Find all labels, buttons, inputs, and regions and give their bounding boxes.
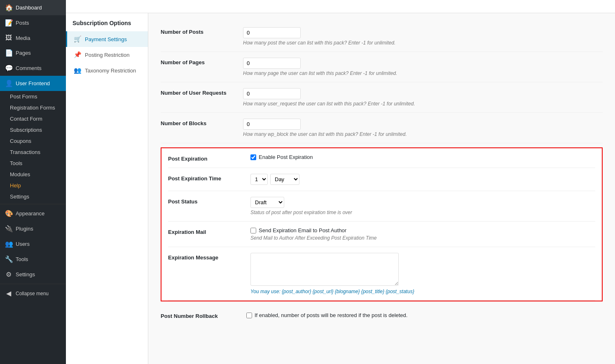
post-status-label: Post Status xyxy=(168,197,250,205)
number-of-blocks-label: Number of Blocks xyxy=(161,119,243,126)
post-expiration-control: Enable Post Expiration xyxy=(250,154,595,160)
sidebar-item-comments[interactable]: 💬 Comments xyxy=(0,61,66,76)
expiration-message-row: Expiration Message You may use: {post_au… xyxy=(168,247,595,301)
sidebar-item-pages[interactable]: 📄 Pages xyxy=(0,45,66,61)
sub-nav-title: Subscription Options xyxy=(66,20,148,31)
sidebar-item-plugins[interactable]: 🔌 Plugins xyxy=(0,221,66,236)
number-of-pages-hint: How many page the user can list with thi… xyxy=(243,70,603,76)
form-area: Number of Posts How many post the user c… xyxy=(148,13,615,364)
sidebar-item-media[interactable]: 🖼 Media xyxy=(0,30,66,45)
rollback-checkbox-label[interactable]: If enabled, number of posts will be rest… xyxy=(246,312,407,318)
payment-settings-icon: 🛒 xyxy=(74,35,82,43)
post-expiration-row: Post Expiration Enable Post Expiration xyxy=(168,148,595,168)
sidebar-item-appearance[interactable]: 🎨 Appearance xyxy=(0,206,66,221)
expiration-mail-checkbox[interactable] xyxy=(250,228,256,233)
rollback-checkbox[interactable] xyxy=(246,313,252,318)
collapse-icon: ◀ xyxy=(5,289,12,297)
post-status-hint: Status of post after post expiration tim… xyxy=(250,210,595,215)
plugins-icon: 🔌 xyxy=(5,225,12,233)
dashboard-icon: 🏠 xyxy=(5,4,12,12)
number-of-user-requests-control: How many user_request the user can list … xyxy=(243,88,603,107)
sub-nav-item-label: Taxonomy Restriction xyxy=(85,68,136,74)
post-number-rollback-row: Post Number Rollback If enabled, number … xyxy=(161,306,603,325)
number-of-posts-row: Number of Posts How many post the user c… xyxy=(161,21,603,52)
sidebar-item-label: Plugins xyxy=(16,226,33,232)
sidebar-item-label: Media xyxy=(16,35,30,41)
sidebar-item-label: User Frontend xyxy=(16,80,50,86)
sidebar-item-label: Appearance xyxy=(16,210,44,217)
taxonomy-restriction-icon: 👥 xyxy=(74,67,82,74)
number-of-blocks-input[interactable] xyxy=(243,119,301,130)
posts-icon: 📝 xyxy=(5,19,12,27)
tools-icon: 🔧 xyxy=(5,255,12,263)
expiration-time-unit-select[interactable]: Day Hour Week Month xyxy=(270,174,299,185)
enable-post-expiration-label[interactable]: Enable Post Expiration xyxy=(250,154,595,160)
sub-nav-item-label: Posting Restriction xyxy=(85,52,129,58)
top-bar xyxy=(66,0,615,13)
sidebar-item-user-frontend[interactable]: 👤 User Frontend xyxy=(0,76,66,91)
number-of-pages-input[interactable] xyxy=(243,58,301,69)
expiration-mail-checkbox-label[interactable]: Send Expiration Email to Post Author xyxy=(250,227,595,233)
number-of-user-requests-row: Number of User Requests How many user_re… xyxy=(161,82,603,113)
sidebar-item-settings-bottom[interactable]: ⚙ Settings xyxy=(0,267,66,282)
sidebar-item-post-forms[interactable]: Post Forms xyxy=(0,91,66,102)
number-of-blocks-control: How many wp_block the user can list with… xyxy=(243,119,603,137)
sub-nav: Subscription Options 🛒 Payment Settings … xyxy=(66,13,148,364)
sidebar-item-coupons[interactable]: Coupons xyxy=(0,135,66,147)
sidebar-collapse[interactable]: ◀ Collapse menu xyxy=(0,286,66,301)
sidebar: 🏠 Dashboard 📝 Posts 🖼 Media 📄 Pages 💬 Co… xyxy=(0,0,66,364)
sidebar-item-settings-sub[interactable]: Settings xyxy=(0,191,66,202)
sidebar-item-label: Comments xyxy=(16,65,42,71)
number-of-pages-control: How many page the user can list with thi… xyxy=(243,58,603,76)
expiration-time-value-select[interactable]: 1 2 3 xyxy=(250,174,268,185)
users-icon: 👥 xyxy=(5,240,12,248)
sidebar-item-posts[interactable]: 📝 Posts xyxy=(0,15,66,30)
sub-nav-taxonomy-restriction[interactable]: 👥 Taxonomy Restriction xyxy=(66,63,148,78)
number-of-user-requests-hint: How many user_request the user can list … xyxy=(243,101,603,107)
expiration-message-textarea[interactable] xyxy=(250,253,399,286)
settings-icon: ⚙ xyxy=(5,271,12,278)
expiration-mail-hint: Send Mail to Author After Exceeding Post… xyxy=(250,235,595,241)
sidebar-item-tools[interactable]: Tools xyxy=(0,158,66,169)
sub-nav-payment-settings[interactable]: 🛒 Payment Settings xyxy=(66,31,148,47)
sidebar-item-users[interactable]: 👥 Users xyxy=(0,236,66,252)
sub-nav-posting-restriction[interactable]: 📌 Posting Restriction xyxy=(66,47,148,63)
number-of-posts-hint: How many post the user can list with thi… xyxy=(243,40,603,46)
expiration-section: Post Expiration Enable Post Expiration P… xyxy=(161,147,603,301)
number-of-posts-input[interactable] xyxy=(243,27,301,38)
sidebar-item-modules[interactable]: Modules xyxy=(0,169,66,180)
expiration-mail-send-text: Send Expiration Email to Post Author xyxy=(259,227,346,233)
pages-icon: 📄 xyxy=(5,49,12,57)
sidebar-divider xyxy=(0,204,66,204)
sidebar-divider-2 xyxy=(0,284,66,284)
post-status-row: Post Status Draft Pending Private Publis… xyxy=(168,191,595,222)
sidebar-item-label: Dashboard xyxy=(16,5,42,11)
number-of-posts-label: Number of Posts xyxy=(161,27,243,35)
post-expiration-time-label: Post Expiration Time xyxy=(168,174,250,182)
expiration-mail-control: Send Expiration Email to Post Author Sen… xyxy=(250,227,595,241)
sidebar-item-transactions[interactable]: Transactions xyxy=(0,147,66,158)
sidebar-item-contact-form[interactable]: Contact Form xyxy=(0,113,66,124)
expiration-mail-label: Expiration Mail xyxy=(168,227,250,235)
sidebar-item-help[interactable]: Help xyxy=(0,180,66,191)
expiration-mail-row: Expiration Mail Send Expiration Email to… xyxy=(168,222,595,247)
number-of-user-requests-input[interactable] xyxy=(243,88,301,99)
sub-nav-item-label: Payment Settings xyxy=(85,36,127,42)
sidebar-item-dashboard[interactable]: 🏠 Dashboard xyxy=(0,0,66,15)
sidebar-item-registration-forms[interactable]: Registration Forms xyxy=(0,102,66,113)
sidebar-item-subscriptions[interactable]: Subscriptions xyxy=(0,124,66,135)
post-status-select[interactable]: Draft Pending Private Publish Trash xyxy=(250,197,284,208)
enable-post-expiration-checkbox[interactable] xyxy=(250,154,256,160)
number-of-pages-label: Number of Pages xyxy=(161,58,243,65)
expiration-time-group: 1 2 3 Day Hour Week Month xyxy=(250,174,595,185)
media-icon: 🖼 xyxy=(5,34,12,42)
number-of-blocks-row: Number of Blocks How many wp_block the u… xyxy=(161,113,603,143)
post-expiration-time-row: Post Expiration Time 1 2 3 Day Hour xyxy=(168,168,595,191)
sidebar-item-tools-bottom[interactable]: 🔧 Tools xyxy=(0,252,66,267)
expiration-message-hint: You may use: {post_author} {post_url} {b… xyxy=(250,289,595,294)
appearance-icon: 🎨 xyxy=(5,210,12,217)
sidebar-item-label: Users xyxy=(16,241,30,247)
number-of-user-requests-label: Number of User Requests xyxy=(161,88,243,96)
number-of-blocks-hint: How many wp_block the user can list with… xyxy=(243,131,603,137)
rollback-hint: If enabled, number of posts will be rest… xyxy=(255,312,407,318)
